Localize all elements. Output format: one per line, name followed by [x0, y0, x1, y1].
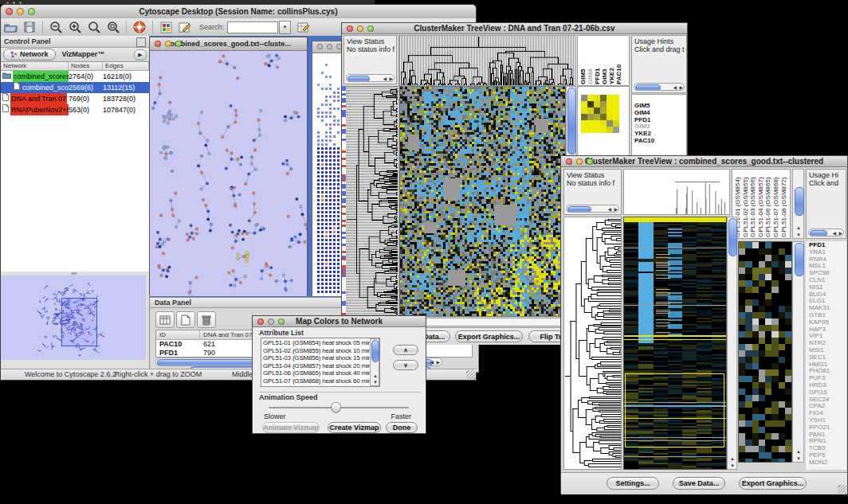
column-labels-vscrollbar[interactable]	[792, 169, 804, 239]
close-button[interactable]	[257, 318, 264, 325]
tab-vizmapper[interactable]: VizMapper™	[56, 49, 112, 60]
matrix-cell[interactable]	[600, 95, 607, 101]
resize-grip[interactable]	[838, 485, 846, 494]
column-header-id[interactable]: ID	[156, 330, 200, 339]
help-lifebuoy-button[interactable]	[130, 19, 149, 35]
zoom-button[interactable]	[587, 158, 593, 165]
matrix-cell[interactable]	[587, 101, 594, 107]
zoom-button[interactable]	[367, 25, 374, 32]
network-row-combined-scores[interactable]: combined_scores2764(0)16218(0)	[1, 71, 149, 82]
vizmap-grid-button[interactable]	[156, 19, 175, 35]
matrix-cell[interactable]	[600, 114, 607, 120]
column-label[interactable]: GPL51-03 (GSM856)	[749, 170, 757, 237]
network-row-combined-sco[interactable]: combined_sco2569(6)13112(15)	[1, 82, 149, 93]
matrix-cell[interactable]	[594, 95, 600, 101]
new-attribute-button[interactable]	[176, 311, 195, 328]
row-dendrogram-panel[interactable]	[346, 86, 399, 317]
matrix-cell[interactable]	[600, 120, 607, 127]
done-button[interactable]: Done	[386, 422, 418, 433]
matrix-cell[interactable]	[607, 107, 613, 114]
close-button[interactable]	[155, 41, 161, 47]
matrix-cell[interactable]	[613, 101, 619, 107]
matrix-cell[interactable]	[600, 127, 607, 133]
move-up-button[interactable]: ∧	[393, 345, 418, 355]
column-label[interactable]: GPL51-07 (GSM868)	[772, 170, 780, 237]
column-label[interactable]: GPL51-04 (GSM857)	[757, 170, 765, 237]
network-overview-canvas[interactable]	[1, 275, 146, 360]
create-vizmap-button[interactable]: Create Vizmap	[328, 422, 381, 433]
minimize-button[interactable]	[327, 44, 332, 49]
column-label[interactable]: GPL51-08 (GSM872)	[780, 170, 788, 237]
matrix-cell[interactable]	[613, 107, 619, 114]
save-button[interactable]	[20, 19, 39, 35]
minimize-button[interactable]	[357, 25, 363, 32]
matrix-cell[interactable]	[613, 127, 619, 133]
main-window-titlebar[interactable]: Cytoscape Desktop (Session Name: collins…	[1, 5, 476, 19]
zoom-fit-button[interactable]	[84, 19, 104, 35]
matrix-cell[interactable]	[607, 101, 613, 107]
matrix-cell[interactable]	[581, 120, 587, 127]
network-row-dna-and-tran-07[interactable]: DNA and Tran 07769(0)183728(0)	[1, 93, 149, 104]
matrix-cell[interactable]	[607, 95, 613, 101]
minimize-button[interactable]	[17, 8, 24, 15]
export-graphics-button[interactable]: Export Graphics...	[455, 330, 523, 342]
matrix-cell[interactable]	[607, 120, 613, 127]
attribute-list-vscrollbar[interactable]	[370, 338, 379, 386]
search-input[interactable]	[227, 21, 278, 33]
matrix-cell[interactable]	[587, 107, 594, 114]
zoom-selected-button[interactable]	[104, 19, 123, 35]
matrix-cell[interactable]	[594, 127, 600, 133]
export-graphics-button[interactable]: Export Graphics...	[739, 477, 807, 490]
usage-hints-hscrollbar[interactable]	[634, 83, 685, 91]
table-edit-button[interactable]	[294, 19, 313, 35]
treeview1-titlebar[interactable]: ClusterMaker TreeView : DNA and Tran 07-…	[342, 23, 687, 34]
matrix-cell[interactable]	[600, 101, 607, 107]
network-row-rnapubernov2-i[interactable]: RNAPuberNov2+I563(0)107847(0)	[1, 104, 149, 115]
column-label[interactable]: GIM5	[579, 37, 587, 84]
column-label[interactable]: GPL51-02 (GSM855)	[742, 170, 750, 237]
heatmap-vscrollbar[interactable]	[727, 217, 737, 470]
row-dendrogram-panel[interactable]	[563, 217, 622, 470]
matrix-cell[interactable]	[613, 120, 619, 127]
close-button[interactable]	[566, 158, 572, 165]
zoom-button[interactable]	[278, 318, 285, 325]
close-button[interactable]	[6, 8, 13, 15]
column-label[interactable]: PFD1	[594, 37, 601, 84]
matrix-cell[interactable]	[587, 114, 594, 120]
matrix-cell[interactable]	[600, 107, 607, 114]
save-data-button[interactable]: Save Data...	[673, 477, 725, 490]
dialog-titlebar[interactable]: Map Colors to Network	[253, 316, 426, 327]
scroll-left-icon[interactable]	[430, 360, 434, 365]
column-tree-panel[interactable]	[623, 169, 730, 215]
row-label[interactable]: MON2	[809, 459, 846, 467]
zoom-button[interactable]	[28, 8, 35, 15]
matrix-cell[interactable]	[594, 114, 600, 120]
move-down-button[interactable]: ∨	[393, 360, 418, 370]
matrix-cell[interactable]	[613, 114, 619, 120]
matrix-cell[interactable]	[581, 107, 587, 114]
column-label[interactable]: PAC10	[615, 37, 622, 84]
matrix-cell[interactable]	[587, 120, 594, 127]
main-heatmap-canvas[interactable]	[399, 86, 566, 317]
animate-vizmap-button[interactable]: Animate Vizmap	[262, 422, 320, 433]
zoom-in-button[interactable]	[65, 19, 84, 35]
matrix-cell[interactable]	[594, 107, 600, 114]
annotation-button[interactable]	[175, 19, 194, 35]
attribute-item[interactable]: GPL51-02 (GSM855) heat shock 10 min	[263, 347, 379, 355]
column-header-network[interactable]: Network	[1, 62, 69, 70]
minimize-button[interactable]	[165, 41, 171, 47]
close-button[interactable]	[317, 44, 323, 49]
attribute-item[interactable]: GPL51-06 (GSM865) heat shock 40 min	[263, 369, 379, 377]
float-panel-icon[interactable]	[136, 37, 146, 47]
delete-attribute-button[interactable]	[197, 311, 216, 328]
attribute-item[interactable]: GPL51-01 (GSM854) heat shock 05 min	[263, 339, 379, 347]
column-label[interactable]: GPL51-06 (GSM865)	[764, 170, 772, 237]
column-label[interactable]: GIM4	[587, 37, 594, 84]
panel-splitter[interactable]	[1, 272, 149, 275]
search-dropdown-button[interactable]	[279, 21, 291, 34]
column-header-nodes[interactable]: Nodes	[69, 62, 103, 70]
attribute-item[interactable]: GPL51-07 (GSM868) heat shock 60 min	[263, 377, 379, 385]
matrix-cell[interactable]	[581, 101, 587, 107]
matrix-cell[interactable]	[594, 101, 600, 107]
zoom-out-button[interactable]	[46, 19, 65, 35]
